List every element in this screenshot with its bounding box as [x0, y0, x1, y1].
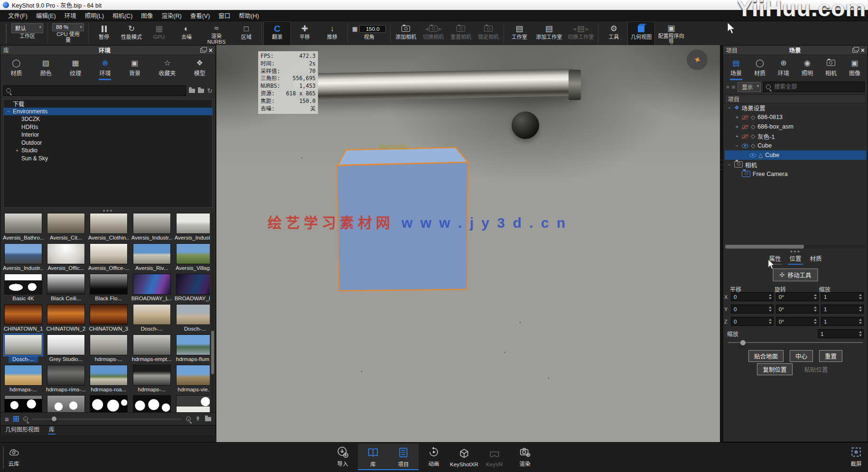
tree-expander[interactable]: − — [6, 109, 11, 114]
display-filter-select[interactable]: 显示 — [737, 82, 761, 92]
toolbar-工具-button[interactable]: ⚙工具 — [600, 21, 627, 46]
stepper-arrows[interactable] — [769, 306, 772, 312]
tree-expander[interactable]: + — [735, 115, 739, 120]
tree-expander[interactable]: + — [735, 124, 739, 130]
uniform-scale-field[interactable]: 1 — [818, 329, 864, 338]
library-tab-纹理[interactable]: ▦纹理 — [68, 57, 83, 80]
library-tab-背景[interactable]: ▣背景 — [128, 57, 142, 80]
environment-thumbnail[interactable]: Aversis_Office-... — [88, 243, 129, 271]
toolbar-drag-handle[interactable] — [6, 24, 7, 43]
menu-item-5[interactable]: 图像 — [137, 9, 157, 21]
重置-button[interactable]: 重置 — [819, 350, 842, 362]
toolbar-工作室-button[interactable]: ▤工作室 — [505, 21, 533, 46]
scene-tree-item-Cube[interactable]: −◇Cube — [725, 141, 866, 150]
environment-thumbnail[interactable] — [88, 395, 129, 412]
menu-item-8[interactable]: 窗口 — [214, 9, 234, 21]
library-tab-环境[interactable]: ⊕环境 — [98, 57, 112, 80]
toolbar-配置程序向导-button[interactable]: ▣配置程序向导 — [655, 21, 687, 46]
stepper-arrows[interactable] — [814, 294, 817, 299]
menu-item-0[interactable]: 文件(F) — [4, 9, 32, 21]
add-folder-icon[interactable] — [189, 89, 195, 93]
environment-thumbnail[interactable]: Black Flo... — [88, 274, 129, 302]
close-panel-icon[interactable]: × — [861, 47, 865, 54]
x-scale-field[interactable]: 1 — [821, 292, 864, 301]
workspace-select[interactable]: 默认 — [11, 23, 43, 33]
float-panel-icon[interactable] — [200, 48, 205, 53]
workspace-select[interactable]: 默认工作区 — [9, 21, 46, 46]
fov-input[interactable]: ▦视角 — [349, 21, 389, 46]
next-arrow-icon[interactable]: ▶ — [586, 27, 589, 31]
viewport-compass-widget[interactable]: ✦ — [687, 49, 708, 70]
stepper-arrows[interactable] — [814, 306, 817, 312]
scene-tree-item-Cube[interactable]: △Cube — [725, 150, 866, 160]
scrollbar-handle[interactable] — [725, 245, 804, 249]
menu-item-2[interactable]: 环境 — [60, 9, 81, 21]
library-search-box[interactable] — [3, 85, 186, 96]
cpu-usage-select[interactable]: 88 %CPU 使用量 — [49, 21, 87, 46]
scene-tree-item-Free Camera[interactable]: Free Camera — [725, 169, 866, 179]
list-view-icon[interactable]: ≡ — [5, 416, 9, 423]
environment-thumbnail[interactable]: Aversis_Industr... — [3, 243, 44, 271]
collapse-all-icon[interactable]: » — [726, 83, 729, 90]
environment-thumbnail[interactable]: Grey Studio... — [46, 334, 86, 362]
environment-thumbnail[interactable]: Aversis_Offic... — [46, 243, 86, 271]
library-tree-item-Sun & Sky[interactable]: Sun & Sky — [4, 155, 212, 163]
dock-item-KeyVR[interactable]: KeyVR — [479, 444, 510, 470]
stepper-arrows[interactable] — [859, 319, 862, 324]
prev-arrow-icon[interactable]: ◀ — [573, 27, 576, 31]
environment-thumbnail[interactable]: BROADWAY_L... — [131, 274, 172, 302]
thumbnail-scrollbar[interactable] — [211, 213, 214, 412]
dock-item-导入[interactable]: 导入 — [327, 444, 358, 470]
toolbar-切换工作室-button[interactable]: ◀▤▶切换工作室 — [565, 21, 597, 46]
library-tree-item-Interior[interactable]: Interior — [4, 131, 212, 139]
cpu-usage-select[interactable]: 88 % — [52, 23, 84, 31]
zoom-out-icon[interactable]: − — [23, 416, 28, 421]
dock-tab-库[interactable]: 库 — [48, 425, 56, 435]
library-tab-模型[interactable]: ❖模型 — [193, 57, 207, 80]
scene-tree-item-灰色-1[interactable]: +◇灰色-1 — [725, 131, 866, 141]
upload-icon[interactable]: ↟ — [195, 416, 201, 422]
library-tree-item-Environments[interactable]: −Environments — [4, 108, 212, 116]
menu-item-1[interactable]: 编辑(E) — [32, 9, 60, 21]
subtab-材质[interactable]: 材质 — [809, 253, 823, 265]
menu-item-4[interactable]: 相机(C) — [108, 9, 137, 21]
environment-thumbnail[interactable]: hdrmaps-... — [3, 365, 44, 393]
environment-thumbnail[interactable]: Aversis_Cit... — [46, 213, 86, 241]
environment-thumbnail[interactable]: hdrmaps-... — [131, 365, 172, 393]
scene-tree-item-686-box_asm[interactable]: +◇686-box_asm — [725, 122, 866, 131]
environment-thumbnail[interactable]: Aversis_Industr... — [175, 213, 210, 241]
scene-tree-item-686-0813[interactable]: +◇686-0813 — [725, 112, 866, 122]
toolbar-几何视图-button[interactable]: 几何视图 — [627, 21, 655, 46]
menu-item-9[interactable]: 帮助(H) — [234, 9, 263, 21]
prev-arrow-icon[interactable]: ◀ — [425, 27, 428, 31]
menu-item-7[interactable]: 查看(V) — [186, 9, 215, 21]
environment-thumbnail[interactable]: hdrmaps-empt... — [131, 334, 172, 362]
close-panel-icon[interactable]: × — [209, 47, 213, 54]
visibility-on-icon[interactable] — [742, 144, 748, 148]
uniform-scale-slider[interactable] — [728, 340, 863, 345]
next-arrow-icon[interactable]: ▶ — [439, 27, 442, 31]
scene-tree-item-场景设置[interactable]: −❖场景设置 — [725, 103, 866, 112]
library-splitter-handle[interactable]: ●●● — [0, 209, 215, 213]
visibility-off-icon[interactable] — [742, 115, 748, 120]
toolbar-翻滚-button[interactable]: C翻滚 — [263, 21, 291, 46]
library-tree-item-3DCZK[interactable]: 3DCZK — [4, 115, 212, 123]
environment-thumbnail[interactable]: hdrmaps-vie... — [175, 365, 210, 393]
float-panel-icon[interactable] — [852, 48, 858, 53]
environment-thumbnail[interactable]: CHINATOWN_1 — [3, 304, 44, 332]
scrollbar-handle[interactable] — [211, 331, 214, 374]
tree-expander[interactable]: + — [15, 148, 19, 153]
scene-search-box[interactable] — [763, 82, 865, 92]
dock-drag-handle[interactable] — [3, 446, 4, 468]
toolbar-重置相机-button[interactable]: 重置相机 — [447, 21, 475, 46]
z-translate-field[interactable]: 0 — [731, 317, 774, 326]
stepper-arrows[interactable] — [769, 294, 772, 299]
library-tree-item-Studio[interactable]: +Studio — [4, 147, 212, 155]
library-tab-收藏夹[interactable]: ☆收藏夹 — [157, 57, 177, 80]
library-search-input[interactable] — [13, 87, 183, 94]
menu-item-3[interactable]: 照明(L) — [81, 9, 108, 21]
environment-thumbnail[interactable]: hdrmaps-... — [88, 334, 129, 362]
realtime-viewport[interactable]: 3885806 绘艺学习素材网w w w . j y 3 d . c n ✦ F… — [216, 45, 720, 442]
new-folder-icon[interactable] — [205, 417, 211, 421]
library-tree-item-HDRIs[interactable]: HDRIs — [4, 123, 212, 131]
